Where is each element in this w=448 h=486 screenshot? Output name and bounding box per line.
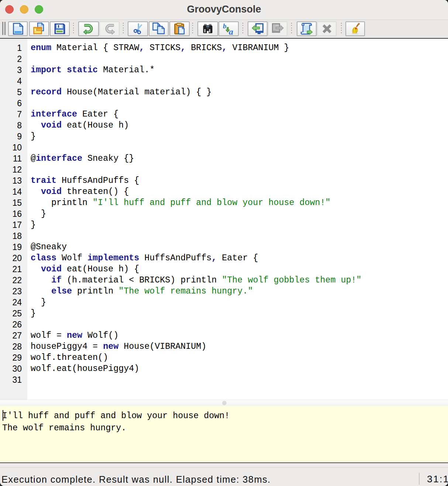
svg-text:b: b — [223, 22, 227, 30]
svg-text:a: a — [229, 27, 233, 35]
